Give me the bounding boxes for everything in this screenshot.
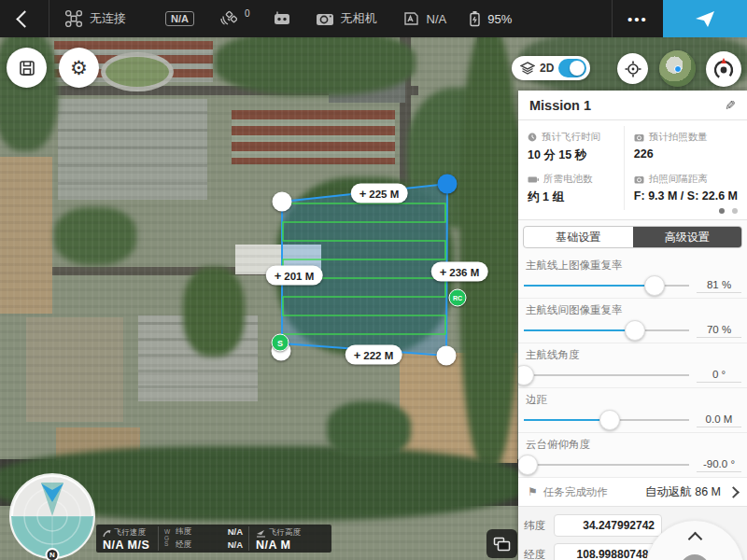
latitude-field[interactable] — [554, 514, 662, 537]
slider-thumb[interactable] — [518, 365, 534, 385]
slider-thumb[interactable] — [518, 455, 538, 475]
compass-reset-button[interactable] — [706, 51, 741, 87]
map-view-switch-button[interactable] — [486, 529, 517, 558]
rc-position-marker[interactable]: RC — [449, 289, 467, 307]
battery-icon — [528, 175, 539, 184]
edge-label-right[interactable]: +236 M — [431, 262, 488, 282]
altitude-label: 飞行高度 — [269, 527, 301, 539]
settings-button[interactable]: ⚙ — [59, 48, 99, 88]
tab-basic-settings[interactable]: 基础设置 — [524, 227, 633, 247]
overlapping-windows-icon — [493, 537, 511, 552]
mission-header: Mission 1 ✎ — [518, 91, 747, 120]
slider-track[interactable] — [524, 454, 689, 476]
vertex-handle-topleft[interactable] — [273, 192, 292, 212]
save-mission-button[interactable] — [7, 48, 47, 88]
altitude-value: N/A M — [256, 539, 319, 552]
altitude-icon — [256, 529, 266, 538]
vertex-handle-topright-endpoint[interactable] — [438, 175, 458, 194]
chevron-right-icon — [727, 486, 740, 498]
stat-photo-interval: 拍照间隔距离 F: 9.3 M / S: 22.6 M — [624, 168, 747, 210]
battery-percent: 95% — [487, 12, 512, 26]
dpad-center-button[interactable] — [680, 554, 710, 560]
slider-fill — [524, 285, 655, 287]
slider-value[interactable]: 70 % — [697, 324, 741, 338]
slider-value[interactable]: -90.0 ° — [697, 458, 741, 472]
slider-side-overlap: 主航线间图像重复率 70 % — [518, 299, 747, 343]
minimap-button[interactable] — [659, 50, 696, 87]
attitude-compass-widget[interactable]: N — [7, 471, 97, 560]
mission-panel: Mission 1 ✎ 预计飞行时间 10 分 15 秒 预计拍照数量 226 — [518, 91, 747, 560]
aircraft-connection-status[interactable]: 无连接 — [64, 9, 126, 28]
map-mode-toggle[interactable] — [558, 59, 586, 77]
slider-gimbal-pitch: 云台俯仰角度 -90.0 ° — [518, 433, 747, 478]
slider-fill — [524, 419, 610, 421]
slider-track[interactable] — [524, 274, 689, 297]
gps-indicator[interactable]: 0 — [218, 10, 250, 27]
telemetry-lng-value: N/A — [228, 539, 243, 551]
compass-icon — [711, 56, 737, 82]
longitude-label: 经度 — [524, 548, 548, 560]
slider-thumb[interactable] — [644, 275, 665, 296]
more-menu-button[interactable]: ••• — [613, 0, 663, 37]
stats-page-dots[interactable] — [719, 208, 738, 214]
minimap-location-dot — [674, 65, 682, 73]
camera-indicator[interactable]: 无相机 — [316, 10, 377, 27]
slider-label: 边距 — [524, 393, 741, 407]
slider-label: 云台俯仰角度 — [524, 438, 741, 452]
image-signal-icon — [403, 11, 420, 26]
camera-status-label: 无相机 — [341, 10, 377, 27]
flight-mode-indicator[interactable]: N/A — [165, 11, 194, 26]
takeoff-button[interactable] — [663, 0, 747, 37]
latitude-label: 纬度 — [524, 519, 548, 533]
connection-status-label: 无连接 — [90, 10, 126, 27]
slider-course-angle: 主航线角度 0 ° — [518, 343, 747, 388]
remote-controller-icon — [273, 11, 291, 26]
slider-value[interactable]: 0.0 M — [697, 413, 741, 427]
finish-action-row[interactable]: ⚑ 任务完成动作 自动返航 86 M — [518, 478, 747, 507]
edge-label-top[interactable]: +225 M — [351, 184, 408, 203]
flag-icon: ⚑ — [528, 485, 538, 498]
locate-button[interactable] — [617, 53, 648, 84]
satellite-icon — [218, 10, 237, 27]
edit-mission-icon[interactable]: ✎ — [725, 98, 736, 113]
takeoff-plane-icon — [694, 8, 716, 29]
flight-mode-badge: N/A — [165, 11, 194, 26]
app-screen: S RC +225 M +201 M +236 M +222 M ⚙ 2D — [0, 0, 747, 560]
settings-tabs: 基础设置 高级设置 — [523, 226, 742, 248]
vertex-handle-bottomright[interactable] — [437, 346, 457, 366]
slider-label: 主航线间图像重复率 — [524, 303, 741, 317]
slider-margin: 边距 0.0 M — [518, 388, 747, 433]
stat-photo-count: 预计拍照数量 226 — [624, 126, 747, 168]
slider-front-overlap: 主航线上图像重复率 81 % — [518, 254, 747, 299]
mission-stats: 预计飞行时间 10 分 15 秒 预计拍照数量 226 所需电池数 约 1 组 — [518, 120, 747, 220]
edge-label-bottom[interactable]: +222 M — [345, 345, 402, 365]
speed-value: N/A M/S — [103, 539, 151, 552]
slider-thumb[interactable] — [599, 410, 620, 430]
layers-icon — [520, 62, 535, 75]
finish-action-label: 任务完成动作 — [543, 485, 640, 499]
battery-icon — [469, 10, 481, 27]
stat-battery-count: 所需电池数 约 1 组 — [518, 168, 624, 210]
start-point-marker[interactable]: S — [272, 334, 289, 352]
slider-track[interactable] — [524, 319, 689, 342]
slider-value[interactable]: 81 % — [697, 279, 741, 293]
edge-label-left[interactable]: +201 M — [266, 266, 323, 286]
slider-thumb[interactable] — [625, 320, 645, 341]
slider-track[interactable] — [524, 364, 689, 386]
image-signal-value: N/A — [427, 12, 447, 26]
telemetry-bar: 飞行速度 N/A M/S WGS 纬度N/A 经度N/A 飞行高度 — [96, 525, 331, 553]
slider-fill — [524, 329, 635, 331]
top-status-bar: 无连接 N/A 0 无相机 — [0, 0, 747, 37]
camera-icon — [634, 133, 644, 142]
rc-indicator[interactable] — [273, 11, 291, 26]
slider-track[interactable] — [524, 409, 689, 431]
coordinates-section: 纬度 经度 — [518, 507, 747, 560]
dpad-up-button[interactable] — [688, 532, 703, 547]
tab-advanced-settings[interactable]: 高级设置 — [633, 227, 742, 247]
back-button[interactable] — [0, 0, 49, 37]
slider-value[interactable]: 0 ° — [697, 369, 741, 383]
drone-icon — [64, 9, 83, 28]
image-signal-indicator[interactable]: N/A — [403, 11, 447, 26]
slider-label: 主航线角度 — [524, 348, 741, 362]
battery-indicator[interactable]: 95% — [469, 10, 512, 27]
